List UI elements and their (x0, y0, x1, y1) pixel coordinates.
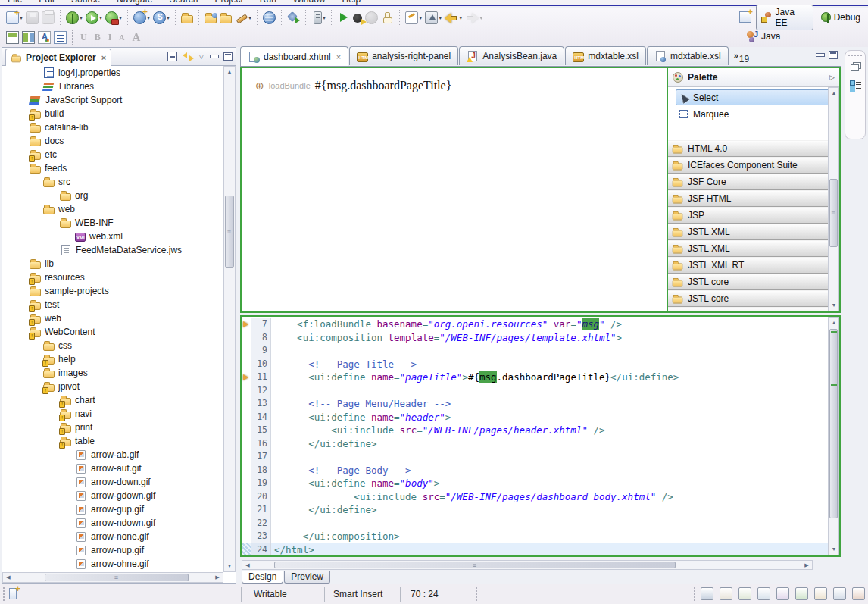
navigator-view-icon[interactable] (795, 587, 808, 600)
palette-drawer-icefaces-component-suite[interactable]: ICEfaces Component Suite (668, 157, 828, 174)
source-code-area[interactable]: 7 <f:loadBundle basename="org.openi.reso… (242, 318, 828, 555)
maximize-icon[interactable] (223, 52, 233, 61)
minimize-icon[interactable] (209, 52, 218, 61)
palette-drawer-jstl-xml[interactable]: JSTL XML (668, 240, 828, 257)
dropdown-arrow-icon[interactable]: ▾ (459, 14, 462, 21)
mark-occurrences-button[interactable]: ▾ (404, 9, 423, 26)
open-resource-button[interactable] (218, 9, 233, 26)
debug-button[interactable]: ▾ (64, 9, 84, 26)
dropdown-arrow-icon[interactable]: ▾ (119, 14, 122, 21)
menu-run[interactable]: Run (260, 0, 276, 5)
console-view-icon[interactable] (833, 587, 846, 600)
palette-tool-select[interactable]: Select (676, 89, 832, 105)
dropdown-arrow-icon[interactable]: ▾ (99, 14, 102, 21)
highlighter-button[interactable]: ▾ (233, 9, 253, 26)
menu-project[interactable]: Project (214, 0, 242, 5)
last-edit-location-button[interactable]: ▾ (423, 9, 443, 26)
tree-item-feeds[interactable]: feeds (2, 161, 223, 175)
dropdown-arrow-icon[interactable]: ▾ (248, 14, 251, 21)
perspective-java[interactable]: Java (742, 30, 785, 43)
fast-view-new-icon[interactable] (9, 588, 17, 599)
tree-item-build[interactable]: build (2, 107, 223, 120)
dropdown-arrow-icon[interactable]: ▾ (80, 14, 83, 21)
properties-view-icon[interactable] (757, 587, 770, 600)
open-type-button[interactable] (203, 9, 218, 26)
tree-item-images[interactable]: images (2, 366, 223, 380)
tree-item-arrow-down-gif[interactable]: arrow-down.gif (2, 475, 223, 489)
page-tab-preview[interactable]: Preview (284, 571, 330, 584)
style-format-button[interactable] (36, 29, 52, 45)
menu-edit[interactable]: Edit (39, 0, 55, 5)
tree-item-log4j-properties[interactable]: log4j.properties (2, 66, 223, 80)
tree-item-jpivot[interactable]: jpivot (2, 380, 223, 393)
tree-item-test[interactable]: test (2, 298, 223, 311)
tree-item-web-inf[interactable]: WEB-INF (2, 216, 223, 230)
palette-drawer-jsf-core[interactable]: JSF Core (668, 174, 828, 190)
problems-view-icon[interactable] (720, 587, 732, 600)
suspend-button[interactable] (379, 9, 395, 26)
palette-sliders-view-icon[interactable] (776, 587, 789, 600)
tree-item-arrow-ohne-gif[interactable]: arrow-ohne.gif (2, 557, 223, 571)
skip-breakpoints-button[interactable] (351, 9, 364, 26)
source-horizontal-scrollbar[interactable]: ◀ ▶ ≡ (242, 560, 813, 570)
palette-drawer-jstl-core[interactable]: JSTL core (668, 274, 828, 290)
run-history-button[interactable]: ▾ (104, 9, 123, 26)
tree-item-table[interactable]: table (2, 434, 223, 448)
import-files-button[interactable] (180, 9, 195, 26)
tree-item-feedmetadataservice-jws[interactable]: FeedMetaDataService.jws (2, 243, 223, 257)
tree-item-javascript-support[interactable]: JavaScript Support (2, 93, 223, 107)
tree-item-docs[interactable]: docs (2, 134, 223, 148)
tree-item-org[interactable]: org (2, 189, 223, 202)
palette-drawer-jstl-xml-rt[interactable]: JSTL XML RT (668, 257, 828, 274)
collapse-all-icon[interactable] (167, 52, 177, 61)
new-wizard-button[interactable]: ▾ (5, 9, 24, 26)
tree-item-arrow-nup-gif[interactable]: arrow-nup.gif (2, 543, 223, 557)
editor-tab-analysis-right-panel[interactable]: analysis-right-panel (349, 46, 458, 65)
dropdown-arrow-icon[interactable]: ▾ (323, 14, 326, 21)
tree-item-chart[interactable]: chart (2, 393, 223, 407)
tree-item-sample-projects[interactable]: sample-projects (2, 284, 223, 298)
link-with-editor-icon[interactable] (183, 52, 194, 61)
tree-item-print[interactable]: print (2, 421, 223, 434)
project-explorer-tab[interactable]: Project Explorer × (5, 49, 111, 66)
web-browser-button[interactable] (261, 9, 277, 26)
page-title-expression[interactable]: #{msg.dashboardPageTitle} (315, 79, 452, 92)
perspective-debug[interactable]: Debug (816, 11, 865, 24)
perspective-java-ee[interactable]: Java EE (756, 5, 813, 30)
tree-item-resources[interactable]: resources (2, 271, 223, 284)
tree-item-src[interactable]: src (2, 175, 223, 189)
palette-drawer-jsf-html[interactable]: JSF HTML (668, 190, 828, 207)
tree-item-arrow-none-gif[interactable]: arrow-none.gif (2, 530, 223, 543)
tree-scroll-thumb[interactable]: ≡ (225, 196, 234, 268)
more-editors-button[interactable]: » 19 (729, 49, 754, 66)
restore-view-icon[interactable] (701, 587, 713, 600)
back-button[interactable]: ▾ (443, 9, 464, 26)
tree-item-css[interactable]: css (2, 339, 223, 352)
tree-hscroll-thumb[interactable]: ≡ (45, 574, 189, 581)
page-tab-design[interactable]: Design (242, 571, 283, 584)
design-page-button[interactable] (5, 29, 20, 45)
outline-toggle-button[interactable] (52, 29, 68, 45)
tree-item-arrow-auf-gif[interactable]: arrow-auf.gif (2, 462, 223, 475)
tree-horizontal-scrollbar[interactable]: ◀ ▶ ≡ (2, 572, 223, 583)
menu-search[interactable]: Search (169, 0, 198, 5)
palette-drawer-jstl-xml[interactable]: JSTL XML (668, 224, 828, 240)
palette-header[interactable]: Palette ▷ (668, 68, 839, 87)
tree-vertical-scrollbar[interactable]: ▲ ▼ ≡ (223, 66, 236, 572)
view-menu-chevron[interactable]: ▽ (199, 53, 204, 60)
outline-view-icon[interactable] (850, 80, 861, 91)
palette-drawer-html-4-0[interactable]: HTML 4.0 (668, 140, 828, 157)
tree-item-web-xml[interactable]: web.xml (2, 230, 223, 243)
tasks-view-icon[interactable] (738, 587, 751, 600)
open-perspective-button[interactable] (738, 9, 753, 26)
dropdown-arrow-icon[interactable]: ▾ (167, 14, 170, 21)
split-page-button[interactable] (20, 29, 36, 45)
editor-tab-analysisbean-java[interactable]: AnalysisBean.java (459, 46, 564, 65)
editor-tab-mdxtable-xsl[interactable]: mdxtable.xsl (565, 46, 646, 65)
dropdown-arrow-icon[interactable]: ▾ (439, 14, 442, 21)
tree-item-web[interactable]: web (2, 202, 223, 216)
tree-item-arrow-gdown-gif[interactable]: arrow-gdown.gif (2, 489, 223, 502)
palette-tool-marquee[interactable]: Marquee (676, 106, 832, 122)
source-vertical-scrollbar[interactable]: ▲ ▼ (828, 317, 839, 555)
tree-item-libraries[interactable]: Libraries (2, 80, 223, 93)
